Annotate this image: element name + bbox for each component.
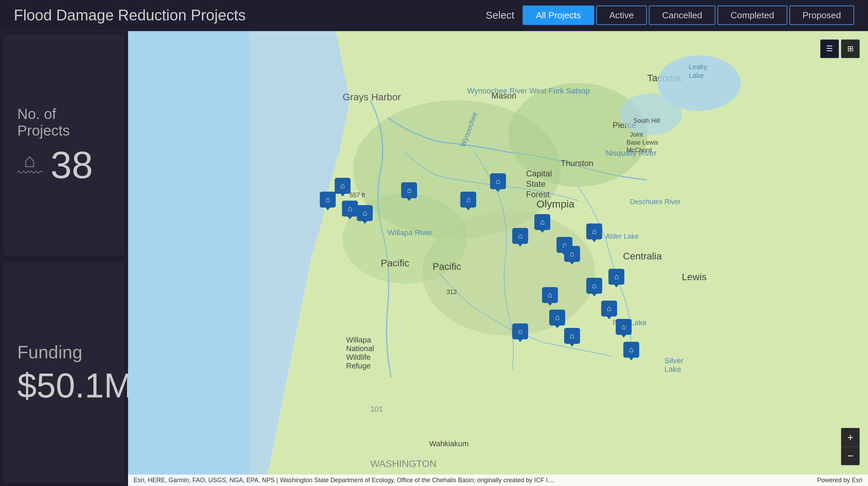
svg-text:Capital: Capital: [526, 169, 552, 178]
marker-3[interactable]: ⌂: [342, 201, 358, 217]
svg-text:Willapa River: Willapa River: [388, 228, 433, 237]
filter-active[interactable]: Active: [596, 6, 647, 25]
svg-point-41: [620, 93, 682, 135]
powered-by-text: Powered by Esri: [817, 477, 862, 484]
marker-4[interactable]: ⌂: [357, 205, 373, 221]
map-svg: Grays Harbor Wynoochee River West Fork S…: [128, 31, 868, 486]
filter-completed[interactable]: Completed: [717, 6, 787, 25]
filter-proposed[interactable]: Proposed: [789, 6, 854, 25]
svg-text:Refuge: Refuge: [346, 361, 371, 370]
funding-label: Funding: [17, 342, 111, 363]
marker-flood-icon-14: ⌂: [518, 328, 522, 335]
funding-card: Funding $50.1M: [3, 262, 125, 483]
main-content: No. of Projects ⌂ 〰〰 38 Funding $50.1M: [0, 31, 868, 486]
svg-text:Lewis: Lewis: [682, 272, 707, 282]
zoom-in-button[interactable]: +: [841, 428, 860, 447]
marker-15[interactable]: ⌂: [542, 287, 558, 303]
filter-cancelled[interactable]: Cancelled: [649, 6, 715, 25]
grid-view-button[interactable]: ⊞: [841, 39, 860, 58]
svg-text:Wynoochee River West Fork Sats: Wynoochee River West Fork Satsop: [467, 86, 590, 95]
filter-all-projects[interactable]: All Projects: [523, 6, 594, 25]
left-panel: No. of Projects ⌂ 〰〰 38 Funding $50.1M: [0, 31, 128, 486]
svg-text:Centralia: Centralia: [623, 251, 662, 262]
marker-9[interactable]: ⌂: [534, 214, 550, 230]
marker-16[interactable]: ⌂: [549, 310, 565, 325]
zoom-out-button[interactable]: −: [841, 447, 860, 465]
marker-8[interactable]: ⌂: [512, 228, 528, 244]
marker-1[interactable]: ⌂: [335, 178, 351, 194]
svg-text:312: 312: [446, 288, 457, 295]
marker-19[interactable]: ⌂: [601, 301, 617, 317]
marker-17[interactable]: ⌂: [564, 328, 580, 344]
flood-icon: ⌂ 〰〰: [17, 151, 42, 179]
svg-text:Grays Harbor: Grays Harbor: [343, 92, 401, 102]
marker-flood-icon-12: ⌂: [592, 228, 596, 235]
svg-text:Thurston: Thurston: [561, 158, 594, 168]
svg-text:Pacific: Pacific: [381, 258, 409, 268]
svg-text:Alder Lake: Alder Lake: [606, 232, 639, 240]
marker-flood-icon-13: ⌂: [614, 273, 618, 281]
svg-text:State: State: [526, 179, 545, 189]
svg-text:Wahkiakum: Wahkiakum: [429, 439, 469, 448]
svg-text:McChord: McChord: [626, 147, 652, 154]
svg-text:Deschutes River: Deschutes River: [630, 198, 681, 205]
marker-13[interactable]: ⌂: [608, 269, 624, 285]
svg-text:Forest: Forest: [526, 190, 550, 199]
filter-buttons: All Projects Active Cancelled Completed …: [523, 6, 854, 25]
marker-7[interactable]: ⌂: [490, 173, 506, 189]
marker-6[interactable]: ⌂: [460, 192, 476, 208]
list-view-button[interactable]: ☰: [820, 39, 839, 58]
svg-text:Lake: Lake: [689, 72, 704, 79]
svg-text:557 ft: 557 ft: [350, 192, 365, 199]
marker-2[interactable]: ⌂: [320, 192, 336, 208]
svg-text:Wildlife: Wildlife: [346, 353, 371, 361]
svg-text:Lake: Lake: [664, 365, 681, 374]
svg-text:Silver: Silver: [664, 356, 684, 365]
svg-text:101: 101: [370, 405, 383, 413]
marker-flood-icon-21: ⌂: [629, 346, 633, 354]
select-label: Select: [486, 9, 514, 21]
waves-icon: 〰〰: [17, 167, 42, 179]
marker-14[interactable]: ⌂: [512, 323, 528, 339]
marker-flood-icon-1: ⌂: [340, 182, 345, 190]
map-toolbar: ☰ ⊞: [820, 39, 860, 58]
marker-12[interactable]: ⌂: [586, 223, 602, 239]
grid-view-icon: ⊞: [847, 44, 853, 53]
marker-flood-icon-9: ⌂: [540, 218, 545, 226]
attribution-text: Esri, HERE, Garmin, FAO, USGS, NGA, EPA,…: [134, 477, 555, 484]
marker-flood-icon-8: ⌂: [518, 232, 522, 240]
funding-value: $50.1M: [17, 368, 111, 403]
svg-text:South Hill: South Hill: [633, 117, 660, 124]
marker-flood-icon-11: ⌂: [570, 250, 574, 258]
projects-value-row: ⌂ 〰〰 38: [17, 146, 111, 184]
svg-text:Leaky: Leaky: [689, 63, 707, 71]
projects-card: No. of Projects ⌂ 〰〰 38: [3, 35, 125, 255]
map-attribution: Esri, HERE, Garmin, FAO, USGS, NGA, EPA,…: [128, 475, 868, 486]
map-container[interactable]: Grays Harbor Wynoochee River West Fork S…: [128, 31, 868, 486]
marker-flood-icon-7: ⌂: [496, 177, 500, 185]
marker-20[interactable]: ⌂: [616, 319, 632, 335]
marker-flood-icon-15: ⌂: [548, 291, 552, 299]
marker-21[interactable]: ⌂: [623, 342, 639, 358]
marker-flood-icon-5: ⌂: [407, 186, 412, 194]
svg-text:WASHINGTON: WASHINGTON: [370, 458, 436, 469]
svg-text:Olympia: Olympia: [536, 198, 575, 210]
marker-flood-icon-3: ⌂: [348, 205, 352, 212]
marker-flood-icon-18: ⌂: [592, 282, 596, 290]
svg-text:Joint: Joint: [630, 131, 643, 138]
marker-flood-icon-4: ⌂: [363, 209, 367, 217]
marker-flood-icon-19: ⌂: [607, 305, 611, 312]
marker-5[interactable]: ⌂: [401, 182, 417, 198]
marker-18[interactable]: ⌂: [586, 278, 602, 294]
app-title: Flood Damage Reduction Projects: [14, 7, 486, 24]
marker-flood-icon-2: ⌂: [326, 196, 330, 203]
list-view-icon: ☰: [826, 44, 833, 53]
marker-flood-icon-20: ⌂: [622, 323, 626, 331]
header: Flood Damage Reduction Projects Select A…: [0, 0, 868, 31]
marker-flood-icon-6: ⌂: [466, 196, 471, 203]
projects-count: 38: [51, 146, 93, 184]
marker-11[interactable]: ⌂: [564, 246, 580, 262]
map-zoom-controls: + −: [841, 428, 860, 465]
svg-text:Pacific: Pacific: [433, 261, 461, 272]
svg-text:Willapa: Willapa: [346, 336, 371, 344]
